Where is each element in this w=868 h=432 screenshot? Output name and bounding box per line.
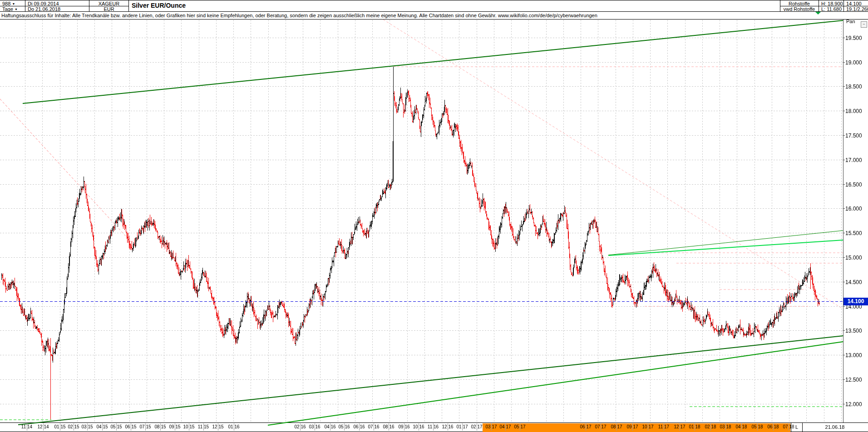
category-sub-label[interactable]: vwd Rohstoffe: [780, 6, 818, 12]
toolbar: 988 ▼ Tage ▼ Di 09.09.2014 Do 21.06.2018…: [0, 0, 868, 12]
current-price-badge: 14.100: [843, 298, 868, 305]
currency-label: EUR: [89, 6, 128, 12]
page-title: Silver EUR/Ounce: [132, 2, 186, 9]
chevron-down-icon: ▼: [12, 2, 15, 5]
divider: [128, 0, 129, 12]
range-info-value: 19.1/2.260: [845, 6, 868, 12]
divider: [0, 6, 128, 6]
sort-marker-triangle-icon: [815, 12, 821, 15]
chevron-down-icon: ▼: [15, 8, 18, 11]
collapse-icon[interactable]: −: [861, 21, 867, 28]
disclaimer-text: Haftungsausschluss für Inhalte: Alle Tre…: [0, 12, 868, 20]
low-value: L: 11.680: [820, 6, 843, 12]
divider: [780, 6, 868, 6]
taipan-chart-window: { "header": { "id": "988", "period": "Ta…: [0, 0, 868, 432]
price-chart-canvas[interactable]: [0, 0, 868, 432]
date-to-field[interactable]: Do 21.06.2018: [26, 6, 62, 12]
